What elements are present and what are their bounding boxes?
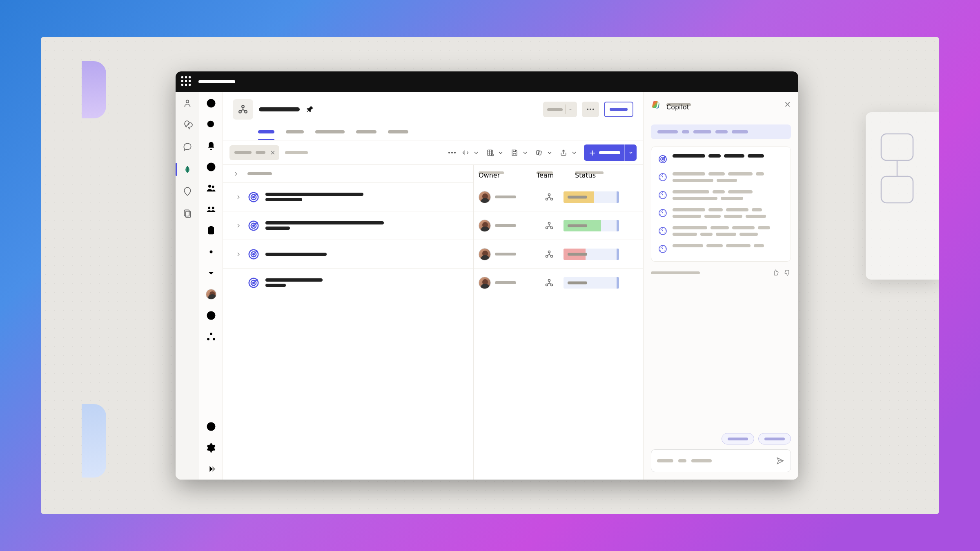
close-icon[interactable] xyxy=(270,149,276,156)
sub-bell-icon[interactable] xyxy=(205,140,217,151)
toolbar-more-icon[interactable] xyxy=(448,152,456,153)
rail-files-icon[interactable] xyxy=(182,208,193,219)
svg-point-6 xyxy=(207,121,214,127)
page-title: Project Name xyxy=(259,107,300,111)
card-item[interactable] xyxy=(658,226,784,236)
gauge-icon xyxy=(658,244,668,254)
owner-cell[interactable] xyxy=(474,220,535,232)
team-cell[interactable] xyxy=(535,278,564,288)
col-status-label: Status xyxy=(575,171,604,174)
send-icon[interactable] xyxy=(776,456,785,465)
toolbar-save-button[interactable] xyxy=(510,149,529,157)
sub-globe2-icon[interactable] xyxy=(205,310,217,321)
thumb-up-icon[interactable] xyxy=(772,269,780,276)
data-columns: Owner Team Status xyxy=(474,165,643,480)
card-title-row xyxy=(658,154,784,164)
suggestion-chip[interactable] xyxy=(758,433,791,444)
suggestion-chip[interactable] xyxy=(722,433,754,444)
sub-globe-icon[interactable] xyxy=(205,98,217,109)
svg-point-18 xyxy=(213,338,215,340)
rail-chat-icon[interactable] xyxy=(182,120,193,131)
copilot-suggestion[interactable] xyxy=(651,124,791,139)
card-item[interactable] xyxy=(658,208,784,218)
card-item[interactable] xyxy=(658,244,784,254)
goal-row[interactable] xyxy=(223,240,473,269)
target-icon xyxy=(658,154,668,164)
tab-4[interactable] xyxy=(388,124,408,140)
card-item[interactable] xyxy=(658,190,784,200)
svg-point-28 xyxy=(253,196,254,198)
sub-expand-icon[interactable] xyxy=(205,267,217,279)
header-copilot-button[interactable] xyxy=(604,102,633,117)
svg-point-9 xyxy=(212,186,214,188)
filter-chip[interactable] xyxy=(229,145,279,160)
avatar xyxy=(479,248,491,260)
app-window: App xyxy=(176,71,798,480)
goal-row[interactable] xyxy=(223,269,473,297)
team-cell[interactable] xyxy=(535,192,564,202)
status-chip[interactable] xyxy=(564,249,619,260)
add-button-split[interactable] xyxy=(624,144,637,161)
svg-point-11 xyxy=(212,207,214,209)
tree-column xyxy=(223,165,474,480)
svg-point-14 xyxy=(209,251,212,253)
app-launcher-icon[interactable] xyxy=(181,76,192,87)
tab-0[interactable] xyxy=(258,124,274,140)
tabs-row xyxy=(258,124,633,140)
team-cell[interactable] xyxy=(535,249,564,259)
app-title: App xyxy=(198,80,235,83)
toolbar-share-button[interactable] xyxy=(559,149,578,157)
pin-icon[interactable] xyxy=(305,105,314,114)
sub-collapse-icon[interactable] xyxy=(205,463,217,475)
tree-group-header[interactable] xyxy=(223,165,473,183)
goal-row[interactable] xyxy=(223,211,473,240)
svg-point-41 xyxy=(548,222,550,224)
thumb-down-icon[interactable] xyxy=(784,269,791,276)
rail-connections-icon[interactable] xyxy=(182,186,193,197)
sub-help-icon[interactable] xyxy=(205,421,217,432)
team-cell[interactable] xyxy=(535,221,564,231)
header-more-button[interactable] xyxy=(582,102,599,117)
owner-cell[interactable] xyxy=(474,277,535,289)
owner-cell[interactable] xyxy=(474,248,535,260)
avatar xyxy=(479,277,491,289)
goal-row[interactable] xyxy=(223,183,473,211)
sub-compass-icon[interactable] xyxy=(205,161,217,173)
svg-rect-1 xyxy=(881,176,913,203)
svg-point-17 xyxy=(207,338,209,340)
sub-settings-icon[interactable] xyxy=(205,246,217,258)
toolbar-grid-button[interactable] xyxy=(486,149,505,157)
svg-point-10 xyxy=(208,207,210,209)
card-item[interactable] xyxy=(658,172,784,182)
compose-box[interactable] xyxy=(651,449,791,472)
owner-cell[interactable] xyxy=(474,191,535,203)
rail-home-icon[interactable] xyxy=(182,98,193,109)
rail-viva-goals-icon[interactable] xyxy=(182,164,193,175)
close-panel-button[interactable]: ✕ xyxy=(784,100,791,109)
rail-copilot-icon[interactable] xyxy=(182,142,193,153)
tab-3[interactable] xyxy=(356,124,376,140)
svg-point-2 xyxy=(186,100,189,103)
sub-search-icon[interactable] xyxy=(205,119,217,130)
status-chip[interactable] xyxy=(564,220,619,231)
sub-settings2-icon[interactable] xyxy=(205,442,217,453)
tab-2[interactable] xyxy=(315,124,345,140)
status-chip[interactable] xyxy=(564,277,619,289)
svg-rect-13 xyxy=(209,226,212,228)
data-row xyxy=(474,183,643,211)
tab-1[interactable] xyxy=(286,124,304,140)
sub-user-avatar[interactable] xyxy=(205,289,217,300)
toolbar-copilot-button[interactable] xyxy=(535,149,554,157)
col-owner-label: Owner xyxy=(479,171,504,174)
status-chip[interactable] xyxy=(564,191,619,203)
add-button[interactable]: + xyxy=(584,144,637,161)
gauge-icon xyxy=(658,226,668,236)
svg-point-52 xyxy=(662,159,664,160)
copilot-title: Copilot xyxy=(666,103,691,106)
toolbar-expand-button[interactable] xyxy=(461,149,480,157)
sub-team-icon[interactable] xyxy=(205,204,217,215)
sub-people-icon[interactable] xyxy=(205,182,217,194)
header-dropdown-button[interactable] xyxy=(543,102,577,117)
sub-org-icon[interactable] xyxy=(205,331,217,342)
sub-clipboard-icon[interactable] xyxy=(205,225,217,236)
